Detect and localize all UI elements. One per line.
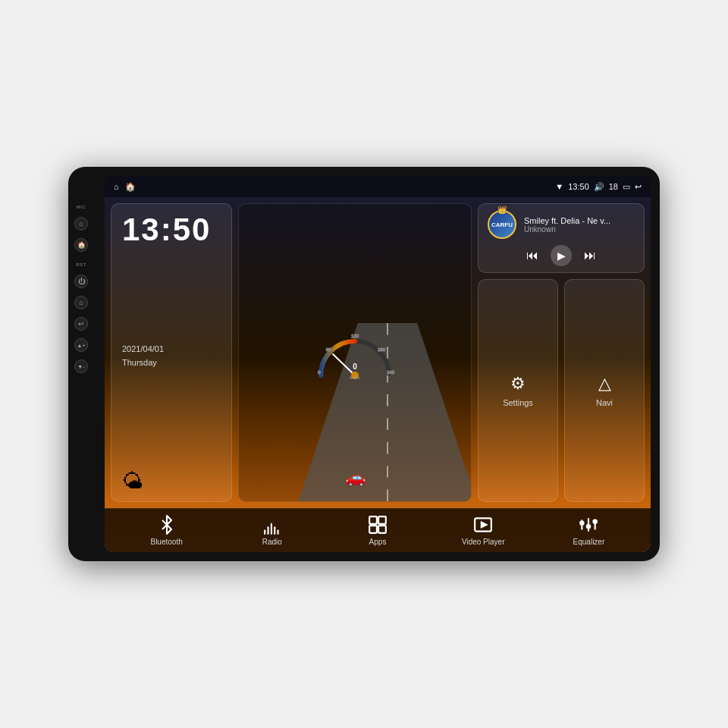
- apps-label: Apps: [369, 538, 387, 546]
- equalizer-label: Equalizer: [573, 538, 605, 546]
- wifi-icon: ▼: [555, 182, 563, 191]
- svg-rect-12: [267, 526, 268, 535]
- navi-label: Navi: [596, 398, 613, 407]
- video-label: Video Player: [462, 538, 505, 546]
- radio-btn[interactable]: Radio: [219, 515, 325, 546]
- music-info-row: 👑 CARFU Smiley ft. Delia - Ne v... Unkno…: [488, 210, 635, 239]
- home2-side-btn[interactable]: 🏠: [74, 238, 88, 252]
- settings-icon: ⚙: [510, 374, 526, 394]
- status-right: ▼ 13:50 🔊 18 ▭ ↩: [555, 182, 642, 192]
- status-bar: ⌂ 🏠 ▼ 13:50 🔊 18 ▭ ↩: [105, 176, 651, 197]
- svg-text:km/h: km/h: [350, 375, 359, 380]
- speedometer-widget: 0 60 120 180 240 0 km/h: [238, 203, 472, 502]
- volume-level: 18: [609, 182, 618, 191]
- status-left: ⌂ 🏠: [114, 182, 136, 192]
- svg-text:240: 240: [387, 370, 395, 375]
- svg-marker-21: [482, 522, 487, 528]
- crown-icon: 👑: [497, 206, 507, 214]
- svg-text:120: 120: [351, 334, 359, 338]
- svg-line-7: [333, 354, 355, 375]
- side-buttons: MIC ⌂ 🏠 RST ⏻ ⌂ ↩ ▲+ ▼-: [74, 205, 88, 373]
- next-btn[interactable]: ⏭: [584, 249, 596, 262]
- svg-rect-16: [369, 516, 377, 524]
- navi-icon: △: [598, 374, 611, 394]
- shortcuts-row: ⚙ Settings △ Navi: [478, 279, 645, 502]
- clock-date: 2021/04/01 Thursday: [122, 343, 221, 369]
- launcher-icon[interactable]: 🏠: [125, 182, 136, 192]
- settings-label: Settings: [503, 398, 533, 407]
- svg-rect-15: [277, 530, 278, 535]
- music-artist: Unknown: [524, 225, 635, 234]
- clock-time: 13:50: [122, 212, 221, 248]
- main-content: 13:50 2021/04/01 Thursday 🌤: [105, 197, 651, 552]
- svg-rect-18: [369, 526, 377, 533]
- right-panel: 👑 CARFU Smiley ft. Delia - Ne v... Unkno…: [478, 203, 645, 502]
- svg-rect-17: [378, 516, 386, 524]
- bluetooth-btn[interactable]: Bluetooth: [114, 515, 219, 546]
- svg-text:60: 60: [326, 347, 331, 352]
- svg-point-27: [594, 520, 597, 523]
- power-btn[interactable]: ⏻: [74, 275, 88, 288]
- svg-text:180: 180: [378, 347, 386, 352]
- settings-btn[interactable]: ⚙ Settings: [478, 279, 558, 502]
- apps-icon: [368, 515, 388, 535]
- svg-rect-11: [264, 530, 265, 535]
- video-btn[interactable]: Video Player: [431, 515, 536, 546]
- apps-btn[interactable]: Apps: [325, 515, 430, 546]
- bottom-bar: Bluetooth Radio: [105, 508, 651, 552]
- rst-label: RST: [76, 262, 86, 267]
- video-icon: [473, 515, 493, 535]
- widgets-area: 13:50 2021/04/01 Thursday 🌤: [105, 197, 651, 508]
- vol-up-btn[interactable]: ▲+: [74, 338, 88, 352]
- equalizer-icon: [579, 515, 598, 535]
- battery-icon: ▭: [623, 182, 630, 192]
- clock-widget: 13:50 2021/04/01 Thursday 🌤: [111, 203, 232, 502]
- car-icon: 🚗: [345, 468, 366, 488]
- play-btn[interactable]: ▶: [551, 245, 572, 266]
- music-title: Smiley ft. Delia - Ne v...: [524, 216, 635, 225]
- music-logo: 👑 CARFU: [488, 210, 516, 239]
- device: MIC ⌂ 🏠 RST ⏻ ⌂ ↩ ▲+ ▼- ⌂ 🏠 ▼ 13:50 🔊 18…: [68, 167, 660, 561]
- equalizer-btn[interactable]: Equalizer: [536, 515, 642, 546]
- mic-label: MIC: [77, 205, 86, 209]
- music-info: Smiley ft. Delia - Ne v... Unknown: [524, 216, 635, 234]
- home-icon[interactable]: ⌂: [114, 182, 119, 191]
- music-widget[interactable]: 👑 CARFU Smiley ft. Delia - Ne v... Unkno…: [478, 203, 645, 273]
- home-side-btn[interactable]: ⌂: [74, 217, 88, 231]
- prev-btn[interactable]: ⏮: [526, 249, 538, 262]
- svg-rect-19: [378, 526, 386, 533]
- vol-down-btn[interactable]: ▼-: [74, 359, 88, 373]
- bluetooth-icon: [157, 515, 177, 535]
- back-nav-icon[interactable]: ↩: [635, 182, 642, 192]
- volume-icon: 🔊: [594, 182, 604, 192]
- navi-btn[interactable]: △ Navi: [564, 279, 645, 502]
- svg-rect-13: [271, 523, 272, 535]
- music-controls: ⏮ ▶ ⏭: [488, 245, 635, 266]
- radio-icon: [262, 515, 282, 535]
- home-btn[interactable]: ⌂: [74, 296, 88, 309]
- svg-point-23: [581, 522, 584, 525]
- svg-point-25: [587, 525, 590, 528]
- svg-rect-14: [274, 526, 275, 535]
- status-time: 13:50: [568, 182, 589, 191]
- weather-icon: 🌤: [122, 469, 221, 494]
- bluetooth-label: Bluetooth: [150, 538, 182, 546]
- back-btn[interactable]: ↩: [74, 317, 88, 331]
- radio-label: Radio: [262, 538, 282, 546]
- svg-text:0: 0: [353, 362, 357, 371]
- screen: ⌂ 🏠 ▼ 13:50 🔊 18 ▭ ↩ 13:50 2021/04/01: [105, 176, 651, 552]
